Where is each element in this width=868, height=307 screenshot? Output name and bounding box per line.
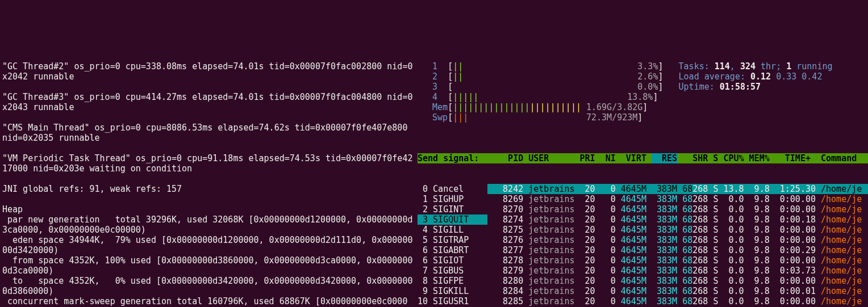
process-cells[interactable]: 8275 jetbrains 20 0 4645M 383M 68268 S 0… [487, 225, 868, 235]
process-row[interactable]: 4 SIGILL 8275 jetbrains 20 0 4645M 383M … [418, 225, 868, 235]
process-row[interactable]: 5 SIGTRAP 8276 jetbrains 20 0 4645M 383M… [418, 235, 868, 245]
signal-option[interactable]: 3 SIGQUIT [418, 215, 487, 225]
process-cells[interactable]: 8278 jetbrains 20 0 4645M 383M 68268 S 0… [487, 255, 868, 266]
signal-option[interactable]: 1 SIGHUP [418, 194, 487, 204]
col-header-res: RES [652, 153, 677, 163]
signal-option[interactable]: 6 SIGIOT [418, 255, 487, 266]
meters-block: 1 [|| 3.3%] Tasks: 114, 324 thr; 1 runni… [418, 61, 868, 133]
process-cells[interactable]: 8284 jetbrains 20 0 4645M 383M 68268 S 0… [487, 286, 868, 296]
process-cells[interactable]: 8279 jetbrains 20 0 4645M 383M 68268 S 0… [487, 266, 868, 276]
signal-panel-title: Send signal: [418, 153, 487, 163]
signal-option[interactable]: 7 SIGBUS [418, 266, 487, 276]
signal-option[interactable]: 0 Cancel [418, 184, 487, 194]
signal-option[interactable]: 8 SIGFPE [418, 276, 487, 286]
process-cells[interactable]: 8274 jetbrains 20 0 4645M 383M 68268 S 0… [487, 215, 868, 225]
col-headers-left: PID USER PRI NI VIRT [487, 153, 652, 163]
signal-option[interactable]: 2 SIGINT [418, 204, 487, 215]
signal-option[interactable]: 6 SIGABRT [418, 245, 487, 255]
process-cells[interactable]: 8242 jetbrains 20 0 4645M 383M 68268 S 1… [487, 184, 868, 194]
process-row[interactable]: 8 SIGFPE 8280 jetbrains 20 0 4645M 383M … [418, 276, 868, 286]
process-row[interactable]: 1 SIGHUP 8269 jetbrains 20 0 4645M 383M … [418, 194, 868, 204]
process-row[interactable]: 9 SIGKILL 8284 jetbrains 20 0 4645M 383M… [418, 286, 868, 296]
process-cells[interactable]: 8269 jetbrains 20 0 4645M 383M 68268 S 0… [487, 194, 868, 204]
signal-option[interactable]: 5 SIGTRAP [418, 235, 487, 245]
htop-pane[interactable]: 1 [|| 3.3%] Tasks: 114, 324 thr; 1 runni… [418, 41, 868, 307]
process-header-row: Send signal: PID USER PRI NI VIRT RES SH… [418, 153, 868, 163]
signal-option[interactable]: 9 SIGKILL [418, 286, 487, 296]
signal-option[interactable]: 10 SIGUSR1 [418, 296, 487, 306]
process-row[interactable]: 10 SIGUSR1 8285 jetbrains 20 0 4645M 383… [418, 296, 868, 306]
process-cells[interactable]: 8276 jetbrains 20 0 4645M 383M 68268 S 0… [487, 235, 868, 245]
thread-dump-text: "GC Thread#2" os_prio=0 cpu=338.08ms ela… [2, 61, 415, 307]
signal-option[interactable]: 4 SIGILL [418, 225, 487, 235]
process-row[interactable]: 6 SIGABRT 8277 jetbrains 20 0 4645M 383M… [418, 245, 868, 255]
process-cells[interactable]: 8277 jetbrains 20 0 4645M 383M 68268 S 0… [487, 245, 868, 255]
col-headers-right: SHR S CPU% MEM% TIME+ Command [677, 153, 868, 163]
process-row[interactable]: 3 SIGQUIT 8274 jetbrains 20 0 4645M 383M… [418, 215, 868, 225]
process-row[interactable]: 0 Cancel 8242 jetbrains 20 0 4645M 383M … [418, 184, 868, 194]
process-row[interactable]: 2 SIGINT 8270 jetbrains 20 0 4645M 383M … [418, 204, 868, 215]
process-cells[interactable]: 8270 jetbrains 20 0 4645M 383M 68268 S 0… [487, 204, 868, 215]
process-row[interactable]: 6 SIGIOT 8278 jetbrains 20 0 4645M 383M … [418, 255, 868, 266]
process-rows: 0 Cancel 8242 jetbrains 20 0 4645M 383M … [418, 184, 868, 307]
process-row[interactable]: 7 SIGBUS 8279 jetbrains 20 0 4645M 383M … [418, 266, 868, 276]
process-cells[interactable]: 8280 jetbrains 20 0 4645M 383M 68268 S 0… [487, 276, 868, 286]
process-cells[interactable]: 8285 jetbrains 20 0 4645M 383M 68268 S 0… [487, 296, 868, 306]
jvm-thread-dump-pane: "GC Thread#2" os_prio=0 cpu=338.08ms ela… [0, 41, 418, 307]
